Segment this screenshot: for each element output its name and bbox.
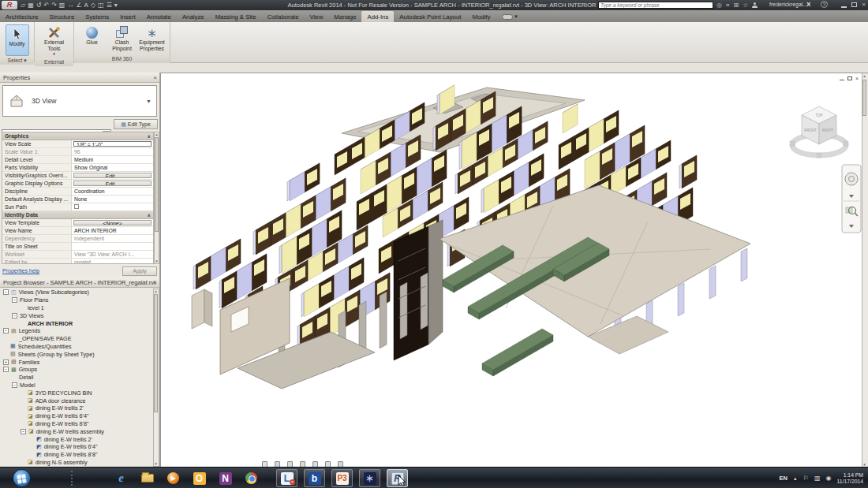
expand-icon[interactable]: + xyxy=(3,359,9,365)
property-value[interactable] xyxy=(72,203,153,210)
network-icon[interactable]: ▥ xyxy=(814,475,821,482)
scroll-down-icon[interactable]: ▼ xyxy=(154,462,158,466)
help-search-input[interactable] xyxy=(598,2,713,9)
tree-item-dining-e-w-trellis-2[interactable]: ◩dining E-W trellis 2' xyxy=(0,435,153,443)
scroll-up-icon[interactable]: ▲ xyxy=(154,289,158,293)
section-icon[interactable]: ◫ xyxy=(98,1,104,9)
scroll-up-icon[interactable]: ▲ xyxy=(155,132,159,136)
ribbon-tab-add-ins[interactable]: Add-Ins xyxy=(361,11,394,22)
restore-button[interactable] xyxy=(851,2,857,7)
tree-item-dining-e-w-trellis-6-4[interactable]: ◪dining E-W trellis 6'4" xyxy=(0,412,153,420)
property-value[interactable]: Edit... xyxy=(73,181,152,186)
property-value[interactable] xyxy=(72,243,153,250)
text-icon[interactable]: A xyxy=(84,1,88,9)
edit-type-button[interactable]: ▦ Edit Type xyxy=(114,119,158,129)
tree-item-open-save-page[interactable]: _OPEN/SAVE PAGE xyxy=(0,335,153,343)
undo-icon[interactable]: ↶ xyxy=(43,1,49,9)
tree-item-3d-views[interactable]: −3D Views xyxy=(0,311,153,319)
minimize-button[interactable] xyxy=(841,6,847,8)
property-value[interactable]: View "3D View: ARCH I... xyxy=(72,251,153,258)
default-3d-view-icon[interactable]: ◇ xyxy=(91,1,95,9)
tree-item-dining-e-w-trellis-8-8[interactable]: ◪dining E-W trellis 8'8" xyxy=(0,420,153,428)
tree-item-level-1[interactable]: level 1 xyxy=(0,304,153,312)
exchange-apps-icon[interactable]: ⊞ xyxy=(733,2,739,9)
property-value[interactable]: Medium xyxy=(72,156,153,163)
print-icon[interactable]: ▥ xyxy=(59,1,65,9)
scroll-down-icon[interactable]: ▼ xyxy=(155,259,159,263)
properties-header[interactable]: Properties × xyxy=(0,73,159,83)
property-value[interactable]: Show Original xyxy=(72,164,153,171)
select-panel-label[interactable]: Select ▾ xyxy=(0,56,34,65)
volume-icon[interactable]: ◉ xyxy=(826,475,832,482)
section-header-identity-data[interactable]: Identity Data∧ xyxy=(2,211,153,219)
browser-scrollbar[interactable]: ▲ ▼ xyxy=(153,289,159,467)
ribbon-tab-manage[interactable]: Manage xyxy=(328,11,361,22)
modify-button[interactable]: Modify xyxy=(6,24,29,56)
revit-app-button[interactable]: R xyxy=(2,1,17,9)
taskbar-item-chrome[interactable] xyxy=(241,469,262,487)
tree-item-sheets-group-by-sheet-type[interactable]: ▧Sheets (Group by Sheet Type) xyxy=(0,350,153,358)
close-icon[interactable]: × xyxy=(153,73,157,83)
tree-item-schedules-quantities[interactable]: ▦Schedules/Quantities xyxy=(0,343,153,351)
external-tools-button[interactable]: External Tools ▾ xyxy=(40,24,69,58)
ribbon-tab-annotate[interactable]: Annotate xyxy=(141,11,177,22)
property-value[interactable]: Coordination xyxy=(72,188,153,195)
property-value[interactable]: None xyxy=(72,196,153,203)
view-minimize-icon[interactable] xyxy=(840,80,844,81)
close-button[interactable]: × xyxy=(862,1,866,9)
3d-model-view[interactable]: TOPFRONTRIGHT xyxy=(161,73,862,468)
subscription-icon[interactable]: ¤ xyxy=(726,2,729,9)
ribbon-tab-view[interactable]: View xyxy=(305,11,329,22)
property-value[interactable]: <None> xyxy=(73,220,152,225)
apply-button[interactable]: Apply xyxy=(122,266,157,276)
customize-qat-icon[interactable]: ▾ xyxy=(114,1,118,9)
save-icon[interactable]: ▦ xyxy=(28,1,34,9)
section-header-graphics[interactable]: Graphics∧ xyxy=(2,132,153,140)
canvas-scrollbar[interactable]: ▲ ▼ xyxy=(862,73,868,468)
tree-item-dining-e-w-trellis-6-4[interactable]: ◩dining E-W trellis 6'4" xyxy=(0,443,153,451)
sync-icon[interactable]: ↺ xyxy=(36,1,42,9)
account-icon[interactable] xyxy=(752,2,758,8)
tree-item-arch-interior[interactable]: ARCH INTERIOR xyxy=(0,319,153,327)
taskbar-item-internet-explorer[interactable]: e xyxy=(110,469,132,487)
autodesk-exchange-icon[interactable]: X xyxy=(806,1,810,8)
collapse-icon[interactable]: − xyxy=(12,297,17,303)
tree-item-dining-e-w-trellis-8-8[interactable]: ◩dining E-W trellis 8'8" xyxy=(0,451,153,459)
language-indicator[interactable]: EN xyxy=(779,475,787,482)
tree-item-3yd-recycling-bin[interactable]: ◪3YD RECYCLING BIN xyxy=(0,389,153,397)
scroll-thumb[interactable] xyxy=(155,137,159,232)
view-close-icon[interactable]: × xyxy=(855,76,859,81)
ribbon-tab-collaborate[interactable]: Collaborate xyxy=(262,11,305,22)
property-value[interactable]: ARCH INTERIOR xyxy=(72,227,153,234)
ribbon-tab-autodesk-point-layout[interactable]: Autodesk Point Layout xyxy=(394,11,466,22)
property-value[interactable]: Independent xyxy=(72,235,153,242)
ribbon-tab-insert[interactable]: Insert xyxy=(114,11,141,22)
equipment-properties-button[interactable]: ∗Equipment Properties xyxy=(138,24,166,51)
clock[interactable]: 1:14 PM 11/17/2014 xyxy=(836,472,866,485)
tree-item-dining-e-w-trellis-assembly[interactable]: −◪dining E-W trellis assembly xyxy=(0,427,153,435)
panel-display-toggle[interactable]: ▾ xyxy=(502,13,518,22)
tree-item-families[interactable]: +▨Families xyxy=(0,358,153,366)
signed-in-user[interactable]: frederickregal... xyxy=(769,2,807,7)
tray-expand-icon[interactable]: ▲ xyxy=(793,476,798,481)
taskbar-item-app-dark[interactable]: ∗ xyxy=(359,469,380,487)
start-button[interactable] xyxy=(13,469,31,487)
collapse-icon[interactable]: − xyxy=(3,367,9,372)
ribbon-tab-systems[interactable]: Systems xyxy=(80,11,114,22)
taskbar-item-bluebeam[interactable]: b xyxy=(304,469,325,487)
ribbon-tab-analyze[interactable]: Analyze xyxy=(177,11,210,22)
tree-item-dining-n-s-assembly[interactable]: ◪dining N-S assembly xyxy=(0,459,153,467)
ribbon-tab-modify[interactable]: Modify xyxy=(466,11,496,22)
tree-item-detail[interactable]: Detail xyxy=(0,374,153,382)
ribbon-tab-massing-site[interactable]: Massing & Site xyxy=(210,11,262,22)
drawing-area[interactable]: TOPFRONTRIGHT × ▲ ▼ xyxy=(160,73,868,467)
taskbar-item-outlook[interactable]: O xyxy=(189,469,210,487)
collapse-icon[interactable]: − xyxy=(12,313,17,319)
property-value[interactable]: 1/8" = 1'-0" xyxy=(73,141,152,147)
ribbon-tab-architecture[interactable]: Architecture xyxy=(0,11,44,22)
open-icon[interactable]: ▱ xyxy=(21,1,25,9)
collapse-icon[interactable]: − xyxy=(3,328,9,333)
tree-item-legends[interactable]: −▤Legends xyxy=(0,327,153,335)
tree-item-dining-e-w-trellis-2[interactable]: ◪dining E-W trellis 2' xyxy=(0,404,153,412)
glue-button[interactable]: Glue xyxy=(78,24,107,46)
